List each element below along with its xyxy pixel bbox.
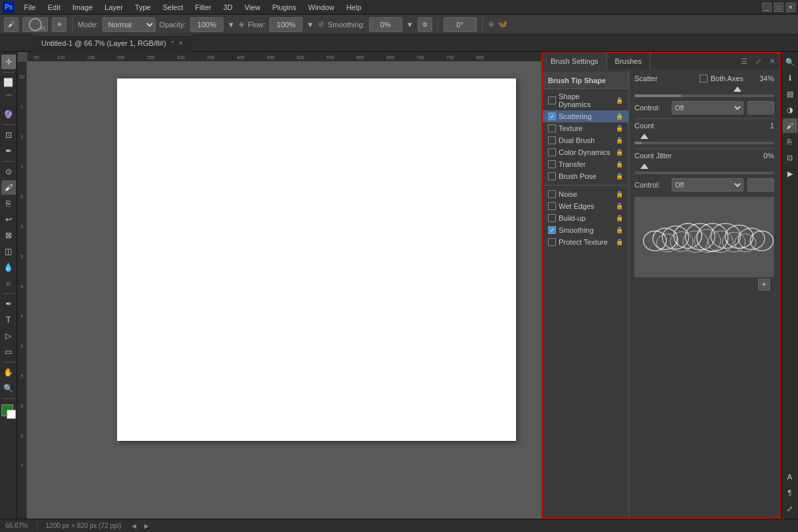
list-item-scattering[interactable]: ✓ Scattering 🔒 <box>543 110 628 122</box>
symmetry-icon[interactable]: ⊕ <box>488 20 494 29</box>
check-dual-brush[interactable] <box>548 136 556 144</box>
check-texture[interactable] <box>548 124 556 132</box>
list-item-dual-brush[interactable]: Dual Brush 🔒 <box>543 134 628 146</box>
check-shape-dynamics[interactable] <box>548 96 556 104</box>
frp-adjustment[interactable]: ◑ <box>783 102 797 117</box>
add-brush-btn[interactable]: + <box>758 279 770 291</box>
menu-help[interactable]: Help <box>341 2 367 13</box>
check-smoothing[interactable]: ✓ <box>548 226 556 234</box>
count-slider-thumb[interactable] <box>640 134 648 139</box>
quick-select-tool[interactable]: 🔮 <box>1 107 16 122</box>
angle-value[interactable]: 0° <box>444 17 477 32</box>
background-color[interactable] <box>7 410 16 419</box>
eraser-tool[interactable]: ⊠ <box>1 228 16 243</box>
minimize-btn[interactable]: _ <box>762 3 771 12</box>
shape-tool[interactable]: ▭ <box>1 344 16 359</box>
nav-arrow-right[interactable]: ▶ <box>144 523 149 529</box>
list-item-texture[interactable]: Texture 🔒 <box>543 122 628 134</box>
nav-arrow-left[interactable]: ◀ <box>132 523 136 529</box>
zoom-tool[interactable]: 🔍 <box>1 381 16 396</box>
frp-expand[interactable]: ⤢ <box>783 501 797 516</box>
brush-tool-icon[interactable]: 🖌 <box>4 17 19 32</box>
scatter-slider[interactable] <box>634 94 774 97</box>
list-item-transfer[interactable]: Transfer 🔒 <box>543 158 628 170</box>
menu-filter[interactable]: Filter <box>190 2 216 13</box>
menu-file[interactable]: File <box>19 2 41 13</box>
gradient-tool[interactable]: ◫ <box>1 244 16 259</box>
tab-brush-settings[interactable]: Brush Settings <box>543 53 607 70</box>
eyedropper-tool[interactable]: ✒ <box>1 144 16 158</box>
marquee-tool[interactable]: ⬜ <box>1 75 16 90</box>
dodge-tool[interactable]: ○ <box>1 276 16 291</box>
spot-heal-tool[interactable]: ⊙ <box>1 164 16 179</box>
count-slider[interactable] <box>634 142 774 144</box>
panel-menu-btn[interactable]: ✕ <box>765 57 779 66</box>
both-axes-checkbox[interactable] <box>700 74 708 82</box>
pen-tool[interactable]: ✒ <box>1 297 16 311</box>
list-item-shape-dynamics[interactable]: Shape Dynamics 🔒 <box>543 90 628 110</box>
check-color-dynamics[interactable] <box>548 148 556 156</box>
frp-brush-active[interactable]: 🖌 <box>783 118 797 133</box>
frp-para[interactable]: ¶ <box>783 485 797 500</box>
brush-mode-icon[interactable]: ⊕ <box>52 17 66 32</box>
panel-expand-btn[interactable]: ⤢ <box>751 57 765 66</box>
menu-type[interactable]: Type <box>130 2 156 13</box>
frp-history[interactable]: ⊡ <box>783 150 797 165</box>
control1-select[interactable]: Off <box>672 101 743 114</box>
frp-info[interactable]: ℹ <box>783 70 797 85</box>
check-transfer[interactable] <box>548 160 556 168</box>
check-buildup[interactable] <box>548 214 556 222</box>
smoothing-icon[interactable]: ▼ <box>406 21 414 29</box>
move-tool[interactable]: ✛ <box>1 55 16 69</box>
scatter-slider-thumb[interactable] <box>733 86 741 92</box>
menu-3d[interactable]: 3D <box>218 2 238 13</box>
tab-brushes[interactable]: Brushes <box>607 53 650 70</box>
list-item-buildup[interactable]: Build-up 🔒 <box>543 212 628 224</box>
blur-tool[interactable]: 💧 <box>1 260 16 275</box>
list-item-wet-edges[interactable]: Wet Edges 🔒 <box>543 200 628 212</box>
list-item-protect-texture[interactable]: Protect Texture 🔒 <box>543 236 628 248</box>
document-tab[interactable]: Untitled-1 @ 66.7% (Layer 1, RGB/8#) * ✕ <box>33 35 192 52</box>
clone-stamp-tool[interactable]: ⎘ <box>1 196 16 211</box>
count-jitter-thumb[interactable] <box>640 164 648 169</box>
opacity-value[interactable]: 100% <box>190 17 223 32</box>
smoothing-value[interactable]: 0% <box>369 17 402 32</box>
menu-view[interactable]: View <box>239 2 266 13</box>
flow-icon[interactable]: ▼ <box>307 21 314 29</box>
frp-clone[interactable]: ⎘ <box>783 134 797 149</box>
menu-layer[interactable]: Layer <box>99 2 128 13</box>
menu-select[interactable]: Select <box>158 2 189 13</box>
history-brush-tool[interactable]: ↩ <box>1 212 16 227</box>
crop-tool[interactable]: ⊡ <box>1 128 16 142</box>
color-swatches[interactable] <box>1 404 16 419</box>
hand-tool[interactable]: ✋ <box>1 365 16 380</box>
brush-size-btn[interactable]: 91 <box>23 17 48 32</box>
opacity-icon[interactable]: ▼ <box>227 21 235 29</box>
menu-plugins[interactable]: Plugins <box>267 2 301 13</box>
menu-edit[interactable]: Edit <box>43 2 66 13</box>
airbrush-icon[interactable]: ⊘ <box>318 20 324 29</box>
panel-options-btn[interactable]: ☰ <box>737 57 751 66</box>
list-item-smoothing[interactable]: ✓ Smoothing 🔒 <box>543 224 628 236</box>
brush-tool[interactable]: 🖌 <box>1 180 16 195</box>
maximize-btn[interactable]: □ <box>774 3 783 12</box>
check-brush-pose[interactable] <box>548 172 556 180</box>
frp-char[interactable]: A <box>783 469 797 484</box>
check-scattering[interactable]: ✓ <box>548 112 556 120</box>
menu-window[interactable]: Window <box>303 2 340 13</box>
mode-select[interactable]: Normal <box>102 17 156 32</box>
menu-image[interactable]: Image <box>67 2 98 13</box>
type-tool[interactable]: T <box>1 313 16 327</box>
butterfly-icon[interactable]: 🦋 <box>498 20 507 29</box>
frp-actions[interactable]: ▶ <box>783 166 797 181</box>
close-btn[interactable]: ✕ <box>786 3 795 12</box>
frp-layers[interactable]: ▤ <box>783 86 797 101</box>
flow-value[interactable]: 100% <box>269 17 303 32</box>
path-tool[interactable]: ▷ <box>1 329 16 343</box>
check-noise[interactable] <box>548 190 556 198</box>
check-protect-texture[interactable] <box>548 238 556 246</box>
frp-search[interactable]: 🔍 <box>783 55 797 69</box>
lasso-tool[interactable]: ⌒ <box>1 91 16 106</box>
list-item-color-dynamics[interactable]: Color Dynamics 🔒 <box>543 146 628 158</box>
count-jitter-slider[interactable] <box>634 172 774 174</box>
